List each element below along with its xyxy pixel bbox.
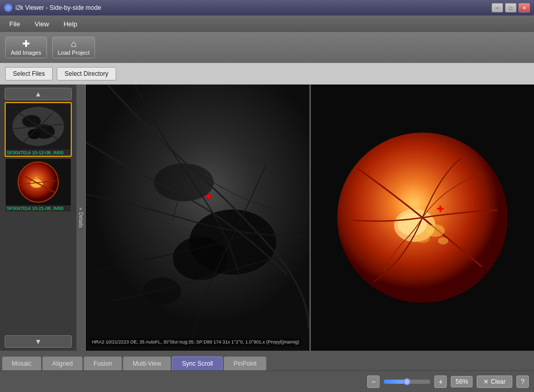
scroll-down-button[interactable]: ▼ <box>5 335 72 348</box>
select-directory-button[interactable]: Select Directory <box>57 67 116 80</box>
window-title: i2k Viewer - Side-by-side mode <box>15 4 101 11</box>
zoom-out-button[interactable]: − <box>367 375 380 388</box>
tab-pinpoint[interactable]: PinPoint <box>224 356 266 370</box>
minimize-button[interactable]: ─ <box>492 3 503 12</box>
close-button[interactable]: ✕ <box>519 3 530 12</box>
svg-point-18 <box>143 277 181 305</box>
load-project-label: Load Project <box>58 50 90 56</box>
tabs-bar: Mosaic Aligned Fusion Multi-View Sync Sc… <box>0 351 534 370</box>
right-viewer-pane[interactable]: + <box>309 85 535 351</box>
window-controls: ─ □ ✕ <box>492 3 530 12</box>
clear-x-icon: ✕ <box>483 378 489 385</box>
right-viewer-image: + <box>332 127 513 308</box>
scroll-up-button[interactable]: ▲ <box>5 88 72 100</box>
details-label: Details <box>78 212 84 228</box>
thumbnail-image-gray <box>6 103 71 150</box>
zoom-in-button[interactable]: + <box>434 375 447 388</box>
sidebar: ▲ SF0047014 10-12-08, IM00 <box>0 85 76 351</box>
svg-point-25 <box>415 234 430 243</box>
details-panel-toggle[interactable]: » Details <box>76 85 86 351</box>
svg-point-4 <box>28 129 40 139</box>
add-icon: ✚ <box>22 39 30 48</box>
svg-point-24 <box>426 224 445 237</box>
maximize-button[interactable]: □ <box>505 3 516 12</box>
app-icon <box>4 4 12 12</box>
zoom-percent-display: 56% <box>451 376 473 387</box>
thumbnail-image-color <box>6 159 71 205</box>
tab-multi-view[interactable]: Multi-View <box>123 356 171 370</box>
add-images-button[interactable]: ✚ Add Images <box>5 37 47 58</box>
details-toggle-icon: » <box>78 207 84 210</box>
tab-fusion[interactable]: Fusion <box>84 356 122 370</box>
left-viewer-image: + <box>86 85 309 351</box>
menu-file[interactable]: File <box>2 18 27 30</box>
zoom-slider-thumb[interactable] <box>403 378 411 385</box>
main-area: ▲ SF0047014 10-12-08, IM00 <box>0 85 534 351</box>
tab-mosaic[interactable]: Mosaic <box>2 356 41 370</box>
svg-point-26 <box>438 237 448 244</box>
clear-button[interactable]: ✕ Clear <box>477 375 512 388</box>
svg-rect-15 <box>86 85 309 351</box>
toolbar: ✚ Add Images ⌂ Load Project <box>0 32 534 63</box>
left-viewer-overlay: HRA2 10/21/2223 OE, 35 AutoFL, 30°blur:n… <box>90 338 301 347</box>
menu-help[interactable]: Help <box>56 18 85 30</box>
add-images-label: Add Images <box>11 50 41 56</box>
menu-view[interactable]: View <box>27 18 56 30</box>
load-icon: ⌂ <box>71 39 76 48</box>
bottom-controls: − + 56% ✕ Clear ? <box>0 370 534 392</box>
thumbnail-label-2: SF0047014 10-21-08, IM00 <box>6 205 71 211</box>
help-button[interactable]: ? <box>516 375 529 388</box>
menu-bar: File View Help <box>0 15 534 32</box>
title-bar: i2k Viewer - Side-by-side mode ─ □ ✕ <box>0 0 534 15</box>
up-arrow-icon: ▲ <box>35 90 42 98</box>
down-arrow-icon: ▼ <box>35 337 42 346</box>
thumbnail-label-1: SF0047014 10-12-08, IM00 <box>6 150 71 156</box>
viewers-container: + HRA2 10/21/2223 OE, 35 AutoFL, 30°blur… <box>86 85 534 351</box>
select-files-button[interactable]: Select Files <box>5 67 53 80</box>
left-viewer-pane[interactable]: + HRA2 10/21/2223 OE, 35 AutoFL, 30°blur… <box>86 85 309 351</box>
select-bar: Select Files Select Directory <box>0 63 534 85</box>
thumbnail-item[interactable]: SF0047014 10-21-08, IM00 <box>5 158 72 213</box>
clear-label: Clear <box>491 378 506 385</box>
thumbnail-item[interactable]: SF0047014 10-12-08, IM00 <box>5 102 72 157</box>
zoom-slider[interactable] <box>384 380 430 384</box>
load-project-button[interactable]: ⌂ Load Project <box>52 37 96 58</box>
tab-aligned[interactable]: Aligned <box>42 356 83 370</box>
tab-sync-scroll[interactable]: Sync Scroll <box>172 356 223 370</box>
